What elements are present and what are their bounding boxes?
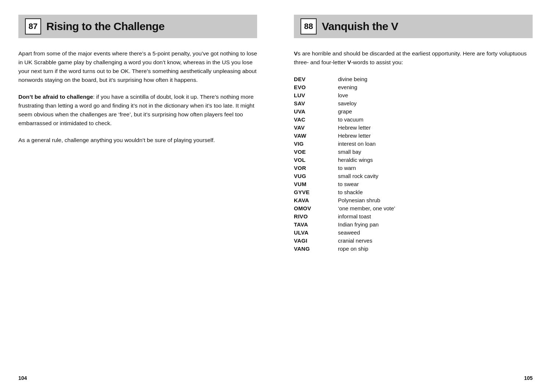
right-page-number: 105 (524, 375, 533, 381)
word-list: DEVdivine beingEVOeveningLUVloveSAVsavel… (294, 75, 533, 253)
word-def: small rock cavity (338, 173, 378, 179)
word-term: GYVE (294, 189, 338, 195)
word-def: divine being (338, 76, 367, 82)
left-chapter-title: Rising to the Challenge (46, 20, 165, 33)
word-row: EVOevening (294, 83, 533, 91)
right-chapter-title: Vanquish the V (322, 20, 398, 33)
word-row: VAWHebrew letter (294, 131, 533, 139)
left-chapter-number: 87 (25, 18, 41, 35)
word-term: VAW (294, 133, 338, 139)
book-spread: 87 Rising to the Challenge Apart from so… (0, 0, 551, 392)
word-term: VOR (294, 165, 338, 171)
word-def: to swear (338, 181, 359, 187)
word-def: Indian frying pan (338, 221, 379, 228)
word-term: OMOV (294, 205, 338, 211)
word-row: KAVAPolynesian shrub (294, 196, 533, 204)
word-def: seaweed (338, 229, 360, 236)
word-def: love (338, 92, 348, 98)
word-def: Hebrew letter (338, 124, 371, 131)
word-term: SAV (294, 100, 338, 106)
word-def: Hebrew letter (338, 133, 371, 139)
right-intro-v1: V (294, 50, 298, 57)
right-intro-v2: V (347, 59, 351, 65)
word-term: KAVA (294, 197, 338, 203)
word-def: grape (338, 108, 352, 115)
word-def: rope on ship (338, 246, 368, 252)
left-chapter-header: 87 Rising to the Challenge (18, 15, 257, 38)
word-def: small bay (338, 149, 361, 155)
left-paragraph-1: Apart from some of the major events wher… (18, 49, 257, 84)
word-term: VAV (294, 124, 338, 131)
word-term: TAVA (294, 221, 338, 228)
word-term: ULVA (294, 229, 338, 236)
word-def: informal toast (338, 213, 371, 219)
word-term: VIG (294, 141, 338, 147)
word-row: VOEsmall bay (294, 148, 533, 156)
word-term: DEV (294, 76, 338, 82)
word-row: VOLheraldic wings (294, 156, 533, 164)
word-term: VUG (294, 173, 338, 179)
word-term: LUV (294, 92, 338, 98)
word-term: EVO (294, 84, 338, 90)
right-intro-text2: -words to assist you: (351, 59, 403, 65)
word-term: VAC (294, 116, 338, 123)
word-def: to shackle (338, 189, 363, 195)
word-term: VUM (294, 181, 338, 187)
word-term: VANG (294, 246, 338, 252)
right-chapter-number: 88 (300, 18, 317, 35)
word-row: UVAgrape (294, 107, 533, 115)
word-row: VIGinterest on loan (294, 139, 533, 148)
word-def: heraldic wings (338, 157, 373, 163)
word-row: VACto vacuum (294, 115, 533, 123)
word-row: OMOV‘one member, one vote’ (294, 204, 533, 212)
left-bold-intro: Don’t be afraid to challenge (18, 94, 93, 100)
left-page: 87 Rising to the Challenge Apart from so… (0, 0, 276, 392)
word-term: VAGI (294, 237, 338, 244)
word-row: VAGIcranial nerves (294, 236, 533, 244)
word-def: to vacuum (338, 116, 363, 123)
word-term: RIVO (294, 213, 338, 219)
word-def: ‘one member, one vote’ (338, 205, 395, 211)
word-term: VOE (294, 149, 338, 155)
word-def: cranial nerves (338, 237, 372, 244)
word-row: ULVAseaweed (294, 228, 533, 236)
right-page: 88 Vanquish the V Vs are horrible and sh… (276, 0, 551, 392)
word-def: interest on loan (338, 141, 376, 147)
word-row: VAVHebrew letter (294, 123, 533, 131)
word-row: LUVlove (294, 91, 533, 99)
left-page-number: 104 (18, 375, 27, 381)
word-def: evening (338, 84, 357, 90)
right-chapter-header: 88 Vanquish the V (294, 15, 533, 38)
right-intro: Vs are horrible and should be discarded … (294, 49, 533, 67)
word-row: RIVOinformal toast (294, 212, 533, 220)
right-intro-text1: s are horrible and should be discarded a… (294, 50, 527, 65)
word-row: GYVEto shackle (294, 188, 533, 196)
word-row: VANGrope on ship (294, 244, 533, 253)
word-def: to warn (338, 165, 356, 171)
left-paragraph-3: As a general rule, challenge anything yo… (18, 136, 257, 145)
word-term: VOL (294, 157, 338, 163)
word-row: VUMto swear (294, 180, 533, 188)
word-row: VUGsmall rock cavity (294, 172, 533, 180)
word-row: DEVdivine being (294, 75, 533, 83)
word-row: VORto warn (294, 164, 533, 172)
word-row: SAVsaveloy (294, 99, 533, 107)
left-paragraph-2: Don’t be afraid to challenge: if you hav… (18, 92, 257, 128)
word-def: saveloy (338, 100, 357, 106)
word-def: Polynesian shrub (338, 197, 380, 203)
word-term: UVA (294, 108, 338, 115)
word-row: TAVAIndian frying pan (294, 220, 533, 228)
